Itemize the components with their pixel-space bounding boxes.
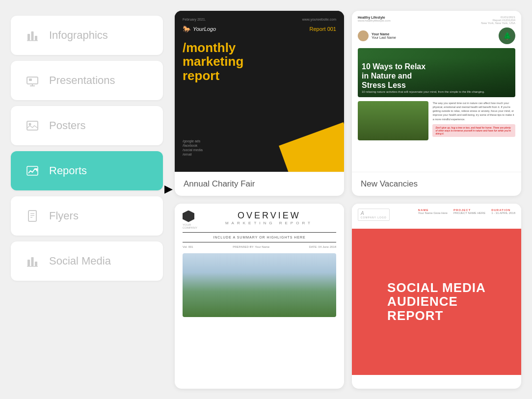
sidebar-item-infographics[interactable]: Infographics (11, 16, 163, 55)
svg-rect-10 (27, 166, 38, 175)
cursor-pointer: ▶ (164, 184, 173, 194)
channel-google: /google ads (183, 139, 203, 143)
vacancies-brand: Healthy Lifestyle www.healthylifestyle.c… (358, 16, 391, 25)
sidebar-item-posters[interactable]: Posters (11, 106, 163, 145)
card-annual-charity-fair-label: Annual Charity Fair (175, 172, 344, 196)
svg-rect-8 (27, 121, 38, 130)
overview-date: DATE: 04 June 2018 (309, 245, 336, 248)
card-overview-label (175, 375, 344, 389)
social-meta: NAME Your Name Gioia Here PROJECT PROJEC… (418, 209, 515, 221)
overview-divider (183, 232, 336, 233)
overview-title-block: OVERVIEW MARKETING REPORT (202, 211, 336, 225)
body-text-block: The way you spend time out in nature can… (432, 101, 515, 140)
card-marketing-header: February 2021. www.yourwebsite.com (183, 18, 336, 21)
sidebar-item-flyers[interactable]: Flyers (11, 196, 163, 236)
social-report-title: SOCIAL MEDIAAUDIENCEREPORT (387, 281, 486, 323)
sidebar-item-flyers-label: Flyers (49, 210, 79, 222)
svg-point-9 (29, 123, 31, 125)
svg-rect-15 (27, 260, 30, 266)
sidebar-item-reports[interactable]: Reports ▶ (11, 151, 163, 190)
channel-social: /social media (183, 148, 203, 152)
vacancies-profile: Your Name Your Last Name 🌲 (358, 27, 515, 44)
svg-rect-11 (28, 211, 36, 221)
svg-rect-3 (27, 40, 38, 41)
sidebar-item-reports-label: Reports (49, 164, 87, 177)
overview-forest-image (183, 253, 336, 317)
card-overview-preview: YOURCOMPANY OVERVIEW MARKETING REPORT IN… (175, 204, 344, 375)
social-logo-sub: Company Logo (361, 216, 387, 219)
sidebar: Infographics Presentations (11, 11, 163, 389)
tree-icon: 🌲 (503, 32, 511, 40)
svg-rect-18 (27, 266, 38, 267)
social-header-row: A Company Logo NAME Your Name Gioia Here… (358, 209, 515, 221)
social-logo-letter: A (361, 211, 387, 216)
logo-horse-icon: 🐎 (183, 25, 191, 33)
hero-title: 10 Ways to Relaxin Nature andStress Less (362, 62, 511, 90)
svg-rect-4 (27, 77, 38, 84)
main-container: Infographics Presentations (11, 11, 521, 389)
overview-divider-2 (183, 242, 336, 242)
social-meta-project: PROJECT PROJECT NAME HERE (453, 209, 485, 214)
card-annual-charity-fair[interactable]: February 2021. www.yourwebsite.com 🐎 You… (175, 11, 344, 196)
content-grid: February 2021. www.yourwebsite.com 🐎 You… (175, 11, 521, 389)
overview-prepared: PREPARED BY: Your Name (233, 245, 269, 248)
body-text: The way you spend time out in nature can… (432, 101, 515, 121)
card-overview-marketing[interactable]: YOURCOMPANY OVERVIEW MARKETING REPORT IN… (175, 204, 344, 389)
sidebar-item-social-media-label: Social Media (49, 255, 111, 267)
card-social-label (352, 375, 521, 389)
vacancies-location: New York, New York, USA (481, 22, 515, 25)
report-num: Report 001 (310, 26, 336, 32)
vacancies-meta: 01/01/2021 Report #1231234 New York, New… (481, 16, 515, 25)
card-marketing-title: /monthlymarketingreport (183, 41, 336, 83)
sidebar-item-posters-label: Posters (49, 119, 86, 132)
overview-logo-text: YOURCOMPANY (183, 223, 197, 229)
card-marketing-logo: 🐎 YourLogo Report 001 (183, 25, 336, 33)
card-social-preview: A Company Logo NAME Your Name Gioia Here… (352, 204, 521, 375)
sidebar-item-social-media[interactable]: Social Media (11, 241, 163, 281)
sidebar-item-presentations[interactable]: Presentations (11, 61, 163, 100)
card-new-vacancies-preview: Healthy Lifestyle www.healthylifestyle.c… (352, 11, 521, 172)
profile-names: Your Name Your Last Name (372, 32, 396, 39)
hero-subtitle: 10 relaxing nature activities that will … (362, 90, 511, 93)
overview-meta: Vol. 001 PREPARED BY: Your Name DATE: 04… (183, 245, 336, 248)
card-new-vacancies-label: New Vacancies (352, 172, 521, 196)
chart-bar-icon (25, 27, 40, 43)
overview-header: YOURCOMPANY OVERVIEW MARKETING REPORT (183, 211, 336, 229)
profile-sub: Your Last Name (372, 36, 396, 39)
green-circle: 🌲 (499, 27, 515, 44)
card-marketing-date: February 2021. (183, 18, 206, 21)
forest-image (358, 101, 428, 140)
channel-facebook: /facebook (183, 144, 203, 147)
vacancies-hero: 10 Ways to Relaxin Nature andStress Less… (358, 48, 515, 97)
document-icon (25, 208, 40, 224)
card-new-vacancies[interactable]: Healthy Lifestyle www.healthylifestyle.c… (352, 11, 521, 196)
profile-name: Your Name (372, 32, 396, 36)
overview-subtitle: MARKETING REPORT (202, 221, 336, 225)
vacancies-header: Healthy Lifestyle www.healthylifestyle.c… (358, 16, 515, 25)
overview-title: OVERVIEW (202, 211, 336, 221)
svg-rect-1 (31, 31, 34, 40)
logo-text: YourLogo (193, 26, 216, 32)
overview-vol: Vol. 001 (183, 245, 193, 248)
overview-logo-block: YOURCOMPANY (183, 211, 197, 229)
profile-avatar (358, 30, 369, 41)
chart-bar2-icon (25, 253, 40, 269)
social-meta-duration: DURATION 1 - 31 APRIL 2018 (491, 209, 515, 214)
svg-rect-16 (31, 257, 34, 266)
overview-summary: INCLUDE A SUMMARY OR HIGHLIGHTS HERE (183, 236, 336, 239)
social-pink-section: SOCIAL MEDIAAUDIENCEREPORT (352, 229, 521, 375)
svg-rect-17 (35, 262, 37, 266)
overview-hex-icon (183, 211, 194, 222)
sidebar-item-infographics-label: Infographics (49, 29, 108, 42)
card-social-media-report[interactable]: A Company Logo NAME Your Name Gioia Here… (352, 204, 521, 389)
svg-rect-0 (27, 34, 30, 40)
chart-trend-icon (25, 163, 40, 179)
image-slide-icon (25, 73, 40, 88)
svg-rect-7 (29, 79, 32, 81)
social-top-section: A Company Logo NAME Your Name Gioia Here… (352, 204, 521, 229)
card-annual-charity-fair-preview: February 2021. www.yourwebsite.com 🐎 You… (175, 11, 344, 172)
brand-name: Healthy Lifestyle (358, 16, 391, 19)
pink-quote: Don't give up, hug a tree or two, and he… (432, 124, 515, 137)
hero-overlay: 10 Ways to Relaxin Nature andStress Less… (358, 58, 515, 97)
social-logo: A Company Logo (358, 209, 390, 221)
